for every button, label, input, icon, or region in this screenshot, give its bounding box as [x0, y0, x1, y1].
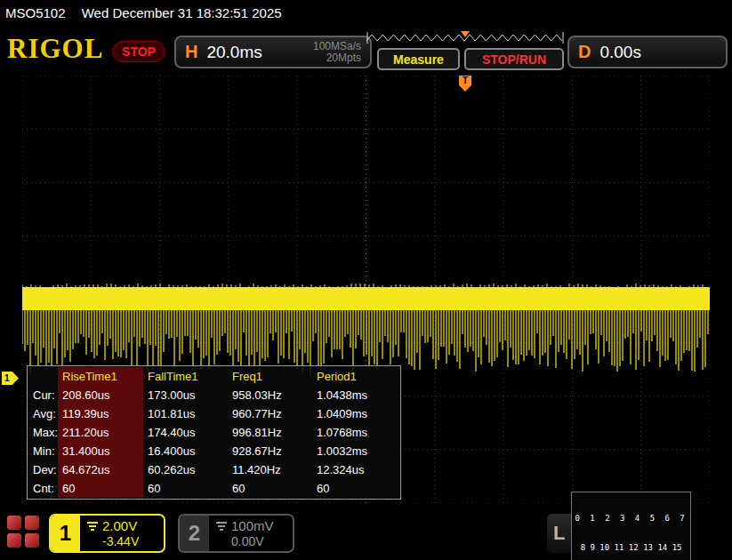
channel1-scale: 2.00V: [102, 518, 137, 533]
measure-value: 996.81Hz: [228, 423, 312, 442]
channel2-values: 100mV 0.00V: [209, 516, 293, 551]
trigger-position-marker[interactable]: T: [459, 76, 471, 92]
measure-value: 101.81us: [143, 404, 228, 423]
measurement-stat-col-header: [28, 367, 58, 386]
sample-rate: 100MSa/s: [313, 41, 361, 52]
grid-square-icon: [25, 516, 39, 530]
grid-square-icon: [25, 533, 39, 548]
measure-col-freq: Freq1: [228, 367, 312, 386]
memory-depth: 20Mpts: [326, 52, 361, 64]
coupling-ground-icon: [87, 522, 98, 531]
measurement-row-cnt: Cnt: 60 60 60 60: [28, 479, 400, 498]
digital-channels-row1: 0 1 2 3 4 5 6 7: [575, 514, 687, 524]
measurement-row-avg: Avg: 119.39us 101.81us 960.77Hz 1.0409ms: [28, 404, 400, 423]
measure-value: 1.0438ms: [312, 386, 397, 404]
digital-channels-row2: 8 9 10 11 12 13 14 15: [575, 543, 687, 553]
logic-analyzer-label: L: [553, 522, 565, 545]
channel1-number: 1: [51, 516, 80, 551]
grid-square-icon: [7, 533, 21, 548]
memory-waveform-preview: [366, 31, 564, 45]
measure-value: 60: [312, 479, 397, 498]
measure-value: 173.00us: [143, 386, 228, 404]
measure-value: 174.40us: [143, 423, 228, 442]
measure-button[interactable]: Measure: [377, 48, 460, 70]
logic-analyzer-button[interactable]: L 0 1 2 3 4 5 6 7 8 9 10 11 12 13 14 15: [547, 514, 664, 553]
measure-value: 928.67Hz: [228, 442, 312, 460]
channel2-scale: 100mV: [231, 518, 274, 533]
measure-value: 958.03Hz: [228, 386, 312, 404]
rigol-logo: RIGOL: [7, 33, 103, 65]
channel1-values: 2.00V -3.44V: [80, 516, 164, 551]
measure-value: 1.0032ms: [312, 442, 397, 460]
status-bar: MSO5102 Wed December 31 18:32:51 2025: [0, 0, 732, 27]
measure-value: 960.77Hz: [228, 404, 312, 423]
row-label: Avg:: [28, 404, 58, 423]
timebase-value: 20.0ms: [206, 43, 261, 62]
trigger-marker-label: T: [459, 76, 471, 85]
model-name: MSO5102: [5, 5, 66, 20]
trigger-delay-block[interactable]: D 0.00s: [567, 36, 728, 68]
trigger-marker-arrow-icon: [459, 85, 471, 92]
stop-run-button[interactable]: STOP/RUN: [464, 48, 564, 70]
measure-value: 60.262us: [143, 460, 228, 479]
measure-value: 16.400us: [143, 442, 228, 460]
horizontal-timebase-block[interactable]: H 20.0ms 100MSa/s 20Mpts: [174, 36, 372, 68]
measure-value: 31.400us: [58, 442, 143, 460]
channel1-offset: -3.44V: [87, 534, 157, 548]
row-label: Cnt:: [28, 479, 58, 498]
row-label: Cur:: [28, 386, 58, 404]
run-state-badge: STOP: [112, 41, 165, 62]
acquisition-info: 100MSa/s 20Mpts: [313, 41, 361, 64]
row-label: Min:: [28, 442, 58, 460]
measurement-row-min: Min: 31.400us 16.400us 928.67Hz 1.0032ms: [28, 442, 400, 460]
measure-value: 60: [228, 479, 312, 498]
measure-col-falltime: FallTime1: [143, 367, 228, 386]
measure-value: 1.0409ms: [312, 404, 397, 423]
measurement-row-dev: Dev: 64.672us 60.262us 11.420Hz 12.324us: [28, 460, 400, 479]
channel2-number: 2: [180, 516, 209, 551]
horizontal-label: H: [185, 42, 197, 62]
row-label: Dev:: [28, 460, 58, 479]
measurement-row-cur: Cur: 208.60us 173.00us 958.03Hz 1.0438ms: [28, 386, 400, 404]
channel1-button[interactable]: 1 2.00V -3.44V: [49, 514, 165, 553]
channel1-ground-marker[interactable]: 1: [2, 372, 19, 385]
grid-square-icon: [7, 516, 21, 530]
digital-channel-list: 0 1 2 3 4 5 6 7 8 9 10 11 12 13 14 15: [571, 492, 690, 560]
measure-value: 12.324us: [312, 460, 397, 479]
measure-value: 60: [58, 479, 143, 498]
row-label: Max:: [28, 423, 58, 442]
horizontal-position-strip[interactable]: [366, 31, 564, 45]
coupling-ground-icon: [216, 522, 227, 531]
measurement-panel[interactable]: RiseTime1 FallTime1 Freq1 Period1 Cur: 2…: [27, 365, 401, 500]
measure-value: 119.39us: [58, 404, 143, 423]
measure-col-risetime: RiseTime1: [58, 367, 143, 386]
datetime: Wed December 31 18:32:51 2025: [82, 5, 282, 20]
menu-grid-icon[interactable]: [7, 516, 40, 548]
channel2-offset: 0.00V: [216, 534, 286, 548]
measure-value: 11.420Hz: [228, 460, 312, 479]
channel2-button[interactable]: 2 100mV 0.00V: [178, 514, 294, 553]
measurement-header-row: RiseTime1 FallTime1 Freq1 Period1: [28, 367, 400, 386]
delay-value: 0.00s: [599, 43, 640, 62]
measure-value: 60: [143, 479, 228, 498]
measure-value: 1.0768ms: [312, 423, 397, 442]
measure-value: 211.20us: [58, 423, 143, 442]
measure-value: 208.60us: [58, 386, 143, 404]
measure-value: 64.672us: [58, 460, 143, 479]
measurement-row-max: Max: 211.20us 174.40us 996.81Hz 1.0768ms: [28, 423, 400, 442]
measure-col-period: Period1: [312, 367, 397, 386]
delay-label: D: [578, 42, 591, 62]
